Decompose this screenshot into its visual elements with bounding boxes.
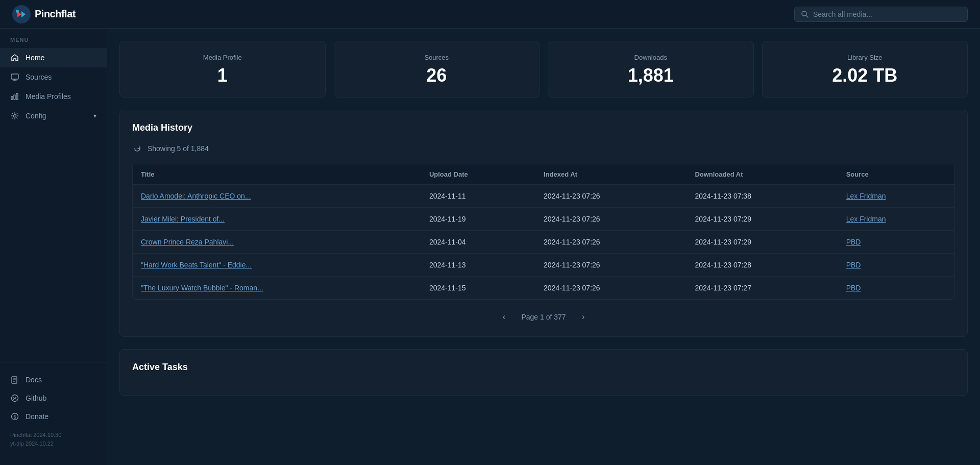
media-history-title: Media History — [132, 123, 955, 133]
search-icon — [801, 10, 809, 18]
gear-icon — [10, 111, 19, 120]
svg-rect-3 — [11, 74, 18, 79]
search-input[interactable] — [813, 10, 961, 18]
cell-source[interactable]: PBD — [838, 254, 954, 277]
sidebar-item-home[interactable]: Home — [0, 48, 107, 67]
sidebar-item-media-profiles[interactable]: Media Profiles — [0, 87, 107, 106]
svg-point-9 — [13, 397, 14, 398]
col-downloaded-at: Downloaded At — [687, 164, 838, 185]
next-page-button[interactable]: › — [576, 310, 591, 324]
media-history-body: Dario Amodei: Anthropic CEO on... 2024-1… — [133, 185, 954, 300]
version2: yt-dlp 2024.10.22 — [10, 439, 96, 449]
col-source: Source — [838, 164, 954, 185]
showing-text: Showing 5 of 1,884 — [148, 144, 209, 153]
active-tasks-title: Active Tasks — [132, 362, 955, 373]
cell-title[interactable]: Crown Prince Reza Pahlavi... — [133, 231, 421, 254]
search-container[interactable] — [794, 7, 968, 22]
stat-value-0: 1 — [132, 66, 313, 85]
cell-title[interactable]: "Hard Work Beats Talent" - Eddie... — [133, 254, 421, 277]
logo: Pinchflat — [12, 5, 76, 23]
cell-indexed-at: 2024-11-23 07:26 — [535, 254, 687, 277]
active-tasks-section: Active Tasks — [119, 349, 968, 396]
cell-downloaded-at: 2024-11-23 07:27 — [687, 277, 838, 300]
cell-source[interactable]: PBD — [838, 277, 954, 300]
monitor-icon — [10, 72, 19, 82]
sidebar-item-sources[interactable]: Sources — [0, 67, 107, 87]
stat-label-3: Library Size — [775, 54, 955, 61]
bar-chart-icon — [10, 92, 19, 101]
stat-value-2: 1,881 — [560, 66, 741, 85]
stat-label-1: Sources — [347, 54, 527, 61]
donate-icon: $ — [10, 412, 19, 421]
stat-label-0: Media Profile — [132, 54, 313, 61]
sidebar-item-media-profiles-label: Media Profiles — [26, 92, 71, 101]
home-icon — [10, 53, 19, 62]
stat-card-downloads: Downloads 1,881 — [548, 41, 754, 97]
table-row: Dario Amodei: Anthropic CEO on... 2024-1… — [133, 185, 954, 208]
cell-upload-date: 2024-11-19 — [421, 208, 535, 231]
topbar: Pinchflat — [0, 0, 980, 29]
sidebar-item-home-label: Home — [26, 54, 44, 62]
cell-downloaded-at: 2024-11-23 07:29 — [687, 208, 838, 231]
cell-indexed-at: 2024-11-23 07:26 — [535, 185, 687, 208]
cell-title[interactable]: Dario Amodei: Anthropic CEO on... — [133, 185, 421, 208]
svg-rect-6 — [16, 93, 18, 100]
layout: MENU Home Sources — [0, 29, 980, 465]
svg-text:$: $ — [14, 414, 16, 420]
cell-title[interactable]: "The Luxury Watch Bubble" - Roman... — [133, 277, 421, 300]
cell-upload-date: 2024-11-13 — [421, 254, 535, 277]
cell-title[interactable]: Javier Milei: President of... — [133, 208, 421, 231]
stat-card-media-profile: Media Profile 1 — [119, 41, 326, 97]
sidebar-item-sources-label: Sources — [26, 73, 52, 81]
sidebar-item-config[interactable]: Config ▾ — [0, 106, 107, 126]
logo-icon — [12, 5, 31, 23]
sidebar: MENU Home Sources — [0, 29, 107, 465]
col-indexed-at: Indexed At — [535, 164, 687, 185]
cell-indexed-at: 2024-11-23 07:26 — [535, 231, 687, 254]
docs-label: Docs — [26, 376, 42, 384]
pagination: ‹ Page 1 of 377 › — [132, 310, 955, 324]
cell-source[interactable]: Lex Fridman — [838, 208, 954, 231]
sidebar-item-docs[interactable]: Docs — [0, 371, 107, 389]
cell-source[interactable]: PBD — [838, 231, 954, 254]
svg-point-10 — [15, 397, 16, 398]
table-row: Javier Milei: President of... 2024-11-19… — [133, 208, 954, 231]
cell-downloaded-at: 2024-11-23 07:29 — [687, 231, 838, 254]
cell-indexed-at: 2024-11-23 07:26 — [535, 277, 687, 300]
refresh-icon[interactable] — [132, 143, 142, 154]
svg-rect-5 — [14, 95, 15, 100]
stat-value-1: 26 — [347, 66, 527, 85]
media-history-table: Title Upload Date Indexed At Downloaded … — [133, 164, 954, 299]
stat-card-sources: Sources 26 — [334, 41, 540, 97]
svg-point-1 — [16, 10, 19, 13]
page-label: Page 1 of 377 — [521, 313, 566, 321]
stat-card-library-size: Library Size 2.02 TB — [762, 41, 968, 97]
book-icon — [10, 375, 19, 384]
config-left: Config — [10, 111, 46, 120]
github-icon — [10, 394, 19, 403]
app-name: Pinchflat — [35, 8, 76, 20]
prev-page-button[interactable]: ‹ — [497, 310, 511, 324]
svg-point-7 — [14, 115, 16, 117]
sidebar-item-github[interactable]: Github — [0, 389, 107, 407]
cell-source[interactable]: Lex Fridman — [838, 185, 954, 208]
stat-value-3: 2.02 TB — [775, 66, 955, 85]
table-row: Crown Prince Reza Pahlavi... 2024-11-04 … — [133, 231, 954, 254]
col-upload-date: Upload Date — [421, 164, 535, 185]
table-row: "The Luxury Watch Bubble" - Roman... 202… — [133, 277, 954, 300]
table-header-row: Title Upload Date Indexed At Downloaded … — [133, 164, 954, 185]
sidebar-nav: Home Sources — [0, 48, 107, 362]
col-title: Title — [133, 164, 421, 185]
stats-row: Media Profile 1 Sources 26 Downloads 1,8… — [119, 41, 968, 97]
stat-label-2: Downloads — [560, 54, 741, 61]
sidebar-item-donate[interactable]: $ Donate — [0, 407, 107, 426]
cell-downloaded-at: 2024-11-23 07:38 — [687, 185, 838, 208]
cell-upload-date: 2024-11-15 — [421, 277, 535, 300]
media-history-table-container: Title Upload Date Indexed At Downloaded … — [132, 164, 955, 300]
showing-row: Showing 5 of 1,884 — [132, 143, 955, 154]
sidebar-item-config-label: Config — [26, 112, 46, 120]
version-info: Pinchflat 2024.10.30 yt-dlp 2024.10.22 — [0, 426, 107, 449]
donate-label: Donate — [26, 412, 48, 421]
cell-indexed-at: 2024-11-23 07:26 — [535, 208, 687, 231]
sidebar-bottom: Docs Github $ — [0, 362, 107, 457]
